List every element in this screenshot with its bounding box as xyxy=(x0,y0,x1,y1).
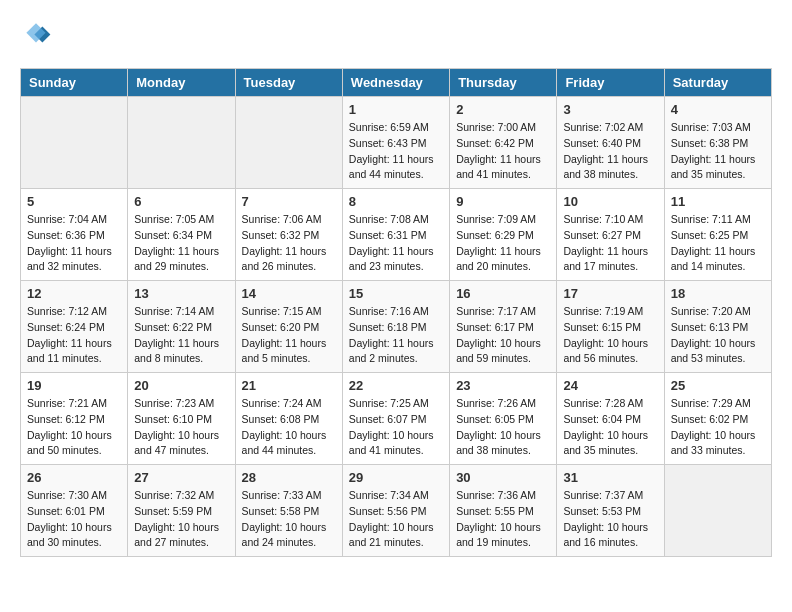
page-header xyxy=(20,20,772,52)
day-number: 20 xyxy=(134,378,228,393)
calendar-cell: 29Sunrise: 7:34 AM Sunset: 5:56 PM Dayli… xyxy=(342,465,449,557)
day-number: 10 xyxy=(563,194,657,209)
day-number: 8 xyxy=(349,194,443,209)
calendar-cell: 22Sunrise: 7:25 AM Sunset: 6:07 PM Dayli… xyxy=(342,373,449,465)
calendar-cell: 26Sunrise: 7:30 AM Sunset: 6:01 PM Dayli… xyxy=(21,465,128,557)
weekday-header-thursday: Thursday xyxy=(450,69,557,97)
calendar-cell: 4Sunrise: 7:03 AM Sunset: 6:38 PM Daylig… xyxy=(664,97,771,189)
day-info: Sunrise: 7:28 AM Sunset: 6:04 PM Dayligh… xyxy=(563,396,657,459)
week-row-1: 1Sunrise: 6:59 AM Sunset: 6:43 PM Daylig… xyxy=(21,97,772,189)
day-number: 1 xyxy=(349,102,443,117)
calendar-cell: 5Sunrise: 7:04 AM Sunset: 6:36 PM Daylig… xyxy=(21,189,128,281)
logo xyxy=(20,20,56,52)
day-info: Sunrise: 7:21 AM Sunset: 6:12 PM Dayligh… xyxy=(27,396,121,459)
day-info: Sunrise: 7:15 AM Sunset: 6:20 PM Dayligh… xyxy=(242,304,336,367)
calendar-cell: 9Sunrise: 7:09 AM Sunset: 6:29 PM Daylig… xyxy=(450,189,557,281)
calendar-cell: 11Sunrise: 7:11 AM Sunset: 6:25 PM Dayli… xyxy=(664,189,771,281)
day-number: 23 xyxy=(456,378,550,393)
calendar-cell: 20Sunrise: 7:23 AM Sunset: 6:10 PM Dayli… xyxy=(128,373,235,465)
day-info: Sunrise: 7:05 AM Sunset: 6:34 PM Dayligh… xyxy=(134,212,228,275)
day-number: 2 xyxy=(456,102,550,117)
calendar-cell: 15Sunrise: 7:16 AM Sunset: 6:18 PM Dayli… xyxy=(342,281,449,373)
day-number: 26 xyxy=(27,470,121,485)
calendar-cell: 3Sunrise: 7:02 AM Sunset: 6:40 PM Daylig… xyxy=(557,97,664,189)
day-info: Sunrise: 7:00 AM Sunset: 6:42 PM Dayligh… xyxy=(456,120,550,183)
day-info: Sunrise: 7:26 AM Sunset: 6:05 PM Dayligh… xyxy=(456,396,550,459)
calendar-cell: 10Sunrise: 7:10 AM Sunset: 6:27 PM Dayli… xyxy=(557,189,664,281)
day-number: 21 xyxy=(242,378,336,393)
day-info: Sunrise: 7:19 AM Sunset: 6:15 PM Dayligh… xyxy=(563,304,657,367)
day-number: 11 xyxy=(671,194,765,209)
day-info: Sunrise: 7:11 AM Sunset: 6:25 PM Dayligh… xyxy=(671,212,765,275)
day-info: Sunrise: 7:12 AM Sunset: 6:24 PM Dayligh… xyxy=(27,304,121,367)
calendar-cell: 8Sunrise: 7:08 AM Sunset: 6:31 PM Daylig… xyxy=(342,189,449,281)
day-info: Sunrise: 7:10 AM Sunset: 6:27 PM Dayligh… xyxy=(563,212,657,275)
day-number: 6 xyxy=(134,194,228,209)
day-info: Sunrise: 7:36 AM Sunset: 5:55 PM Dayligh… xyxy=(456,488,550,551)
calendar-cell: 13Sunrise: 7:14 AM Sunset: 6:22 PM Dayli… xyxy=(128,281,235,373)
calendar-cell: 17Sunrise: 7:19 AM Sunset: 6:15 PM Dayli… xyxy=(557,281,664,373)
calendar-cell: 21Sunrise: 7:24 AM Sunset: 6:08 PM Dayli… xyxy=(235,373,342,465)
calendar-cell: 14Sunrise: 7:15 AM Sunset: 6:20 PM Dayli… xyxy=(235,281,342,373)
calendar-table: SundayMondayTuesdayWednesdayThursdayFrid… xyxy=(20,68,772,557)
day-number: 31 xyxy=(563,470,657,485)
calendar-cell: 7Sunrise: 7:06 AM Sunset: 6:32 PM Daylig… xyxy=(235,189,342,281)
day-number: 30 xyxy=(456,470,550,485)
calendar-cell xyxy=(128,97,235,189)
day-info: Sunrise: 7:04 AM Sunset: 6:36 PM Dayligh… xyxy=(27,212,121,275)
day-info: Sunrise: 7:08 AM Sunset: 6:31 PM Dayligh… xyxy=(349,212,443,275)
week-row-2: 5Sunrise: 7:04 AM Sunset: 6:36 PM Daylig… xyxy=(21,189,772,281)
calendar-cell: 25Sunrise: 7:29 AM Sunset: 6:02 PM Dayli… xyxy=(664,373,771,465)
day-number: 25 xyxy=(671,378,765,393)
day-number: 12 xyxy=(27,286,121,301)
day-info: Sunrise: 7:20 AM Sunset: 6:13 PM Dayligh… xyxy=(671,304,765,367)
weekday-header-row: SundayMondayTuesdayWednesdayThursdayFrid… xyxy=(21,69,772,97)
day-number: 28 xyxy=(242,470,336,485)
weekday-header-saturday: Saturday xyxy=(664,69,771,97)
day-number: 9 xyxy=(456,194,550,209)
day-number: 13 xyxy=(134,286,228,301)
day-info: Sunrise: 7:29 AM Sunset: 6:02 PM Dayligh… xyxy=(671,396,765,459)
day-info: Sunrise: 7:24 AM Sunset: 6:08 PM Dayligh… xyxy=(242,396,336,459)
weekday-header-sunday: Sunday xyxy=(21,69,128,97)
day-info: Sunrise: 7:30 AM Sunset: 6:01 PM Dayligh… xyxy=(27,488,121,551)
day-info: Sunrise: 7:16 AM Sunset: 6:18 PM Dayligh… xyxy=(349,304,443,367)
calendar-cell: 16Sunrise: 7:17 AM Sunset: 6:17 PM Dayli… xyxy=(450,281,557,373)
day-number: 24 xyxy=(563,378,657,393)
day-info: Sunrise: 6:59 AM Sunset: 6:43 PM Dayligh… xyxy=(349,120,443,183)
day-number: 29 xyxy=(349,470,443,485)
weekday-header-monday: Monday xyxy=(128,69,235,97)
weekday-header-friday: Friday xyxy=(557,69,664,97)
day-number: 15 xyxy=(349,286,443,301)
calendar-cell: 28Sunrise: 7:33 AM Sunset: 5:58 PM Dayli… xyxy=(235,465,342,557)
calendar-cell xyxy=(235,97,342,189)
calendar-cell: 24Sunrise: 7:28 AM Sunset: 6:04 PM Dayli… xyxy=(557,373,664,465)
week-row-5: 26Sunrise: 7:30 AM Sunset: 6:01 PM Dayli… xyxy=(21,465,772,557)
day-number: 19 xyxy=(27,378,121,393)
calendar-cell xyxy=(664,465,771,557)
day-number: 27 xyxy=(134,470,228,485)
day-info: Sunrise: 7:25 AM Sunset: 6:07 PM Dayligh… xyxy=(349,396,443,459)
day-info: Sunrise: 7:37 AM Sunset: 5:53 PM Dayligh… xyxy=(563,488,657,551)
day-info: Sunrise: 7:09 AM Sunset: 6:29 PM Dayligh… xyxy=(456,212,550,275)
day-number: 5 xyxy=(27,194,121,209)
logo-icon xyxy=(20,20,52,52)
calendar-cell: 1Sunrise: 6:59 AM Sunset: 6:43 PM Daylig… xyxy=(342,97,449,189)
day-info: Sunrise: 7:17 AM Sunset: 6:17 PM Dayligh… xyxy=(456,304,550,367)
day-number: 3 xyxy=(563,102,657,117)
day-number: 16 xyxy=(456,286,550,301)
calendar-cell: 2Sunrise: 7:00 AM Sunset: 6:42 PM Daylig… xyxy=(450,97,557,189)
day-number: 17 xyxy=(563,286,657,301)
day-info: Sunrise: 7:34 AM Sunset: 5:56 PM Dayligh… xyxy=(349,488,443,551)
calendar-cell: 27Sunrise: 7:32 AM Sunset: 5:59 PM Dayli… xyxy=(128,465,235,557)
calendar-cell xyxy=(21,97,128,189)
calendar-cell: 23Sunrise: 7:26 AM Sunset: 6:05 PM Dayli… xyxy=(450,373,557,465)
calendar-cell: 6Sunrise: 7:05 AM Sunset: 6:34 PM Daylig… xyxy=(128,189,235,281)
day-info: Sunrise: 7:32 AM Sunset: 5:59 PM Dayligh… xyxy=(134,488,228,551)
week-row-4: 19Sunrise: 7:21 AM Sunset: 6:12 PM Dayli… xyxy=(21,373,772,465)
day-info: Sunrise: 7:14 AM Sunset: 6:22 PM Dayligh… xyxy=(134,304,228,367)
day-info: Sunrise: 7:06 AM Sunset: 6:32 PM Dayligh… xyxy=(242,212,336,275)
day-info: Sunrise: 7:02 AM Sunset: 6:40 PM Dayligh… xyxy=(563,120,657,183)
day-info: Sunrise: 7:23 AM Sunset: 6:10 PM Dayligh… xyxy=(134,396,228,459)
calendar-cell: 19Sunrise: 7:21 AM Sunset: 6:12 PM Dayli… xyxy=(21,373,128,465)
